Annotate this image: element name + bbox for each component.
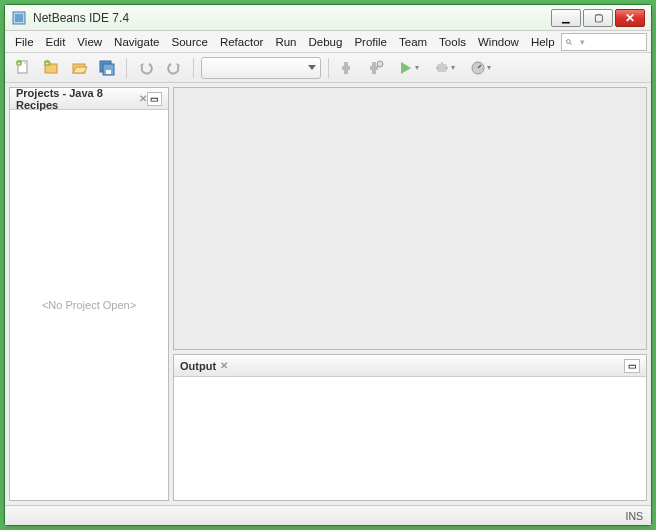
menu-window[interactable]: Window — [472, 34, 525, 50]
editor-area[interactable] — [173, 87, 647, 350]
profile-button[interactable]: ▾ — [464, 56, 496, 80]
output-panel: Output ✕ ▭ — [173, 354, 647, 501]
new-file-button[interactable]: + — [11, 56, 35, 80]
svg-rect-1 — [15, 14, 23, 22]
search-input[interactable] — [593, 36, 643, 48]
output-panel-title: Output — [180, 360, 216, 372]
output-body[interactable] — [174, 377, 646, 500]
statusbar: INS — [5, 505, 651, 525]
projects-panel-title: Projects - Java 8 Recipes — [16, 87, 135, 111]
window-title: NetBeans IDE 7.4 — [33, 11, 549, 25]
svg-marker-13 — [73, 67, 87, 73]
app-icon — [11, 10, 27, 26]
toolbar-separator — [193, 58, 194, 78]
minimize-panel-icon[interactable]: ▭ — [624, 359, 640, 373]
projects-panel-header[interactable]: Projects - Java 8 Recipes ✕ ▭ — [10, 88, 168, 110]
svg-point-2 — [566, 39, 570, 43]
undo-button[interactable] — [134, 56, 158, 80]
menu-navigate[interactable]: Navigate — [108, 34, 165, 50]
menu-run[interactable]: Run — [269, 34, 302, 50]
toolbar-separator — [328, 58, 329, 78]
projects-panel-body: <No Project Open> — [10, 110, 168, 500]
svg-marker-24 — [401, 62, 411, 74]
config-combo[interactable] — [201, 57, 321, 79]
menu-file[interactable]: File — [9, 34, 40, 50]
menu-debug[interactable]: Debug — [302, 34, 348, 50]
run-button[interactable]: ▾ — [392, 56, 424, 80]
svg-text:+: + — [45, 60, 49, 66]
close-button[interactable]: ✕ — [615, 9, 645, 27]
menu-edit[interactable]: Edit — [40, 34, 72, 50]
insert-mode-label[interactable]: INS — [625, 510, 643, 522]
svg-marker-18 — [176, 63, 180, 68]
save-all-button[interactable] — [95, 56, 119, 80]
open-project-button[interactable] — [67, 56, 91, 80]
build-button[interactable] — [336, 56, 360, 80]
search-box[interactable]: ▾ — [561, 33, 647, 51]
svg-point-23 — [377, 61, 383, 67]
titlebar[interactable]: NetBeans IDE 7.4 ▁ ▢ ✕ — [5, 5, 651, 31]
svg-line-3 — [569, 42, 571, 44]
menu-refactor[interactable]: Refactor — [214, 34, 269, 50]
menu-tools[interactable]: Tools — [433, 34, 472, 50]
new-project-button[interactable]: + — [39, 56, 63, 80]
search-icon — [565, 36, 573, 48]
close-tab-icon[interactable]: ✕ — [220, 360, 228, 371]
output-panel-header[interactable]: Output ✕ ▭ — [174, 355, 646, 377]
svg-marker-17 — [140, 63, 144, 68]
menu-help[interactable]: Help — [525, 34, 561, 50]
svg-rect-20 — [342, 66, 350, 70]
svg-text:+: + — [17, 60, 21, 66]
svg-rect-25 — [437, 64, 447, 72]
minimize-panel-icon[interactable]: ▭ — [147, 92, 162, 106]
app-window: NetBeans IDE 7.4 ▁ ▢ ✕ File Edit View Na… — [4, 4, 652, 526]
main-area: Output ✕ ▭ — [173, 87, 647, 501]
close-tab-icon[interactable]: ✕ — [139, 93, 147, 104]
menu-profile[interactable]: Profile — [348, 34, 393, 50]
svg-rect-22 — [370, 66, 378, 70]
menu-source[interactable]: Source — [165, 34, 213, 50]
debug-button[interactable]: ▾ — [428, 56, 460, 80]
menu-team[interactable]: Team — [393, 34, 433, 50]
projects-panel: Projects - Java 8 Recipes ✕ ▭ <No Projec… — [9, 87, 169, 501]
content-area: Projects - Java 8 Recipes ✕ ▭ <No Projec… — [5, 83, 651, 505]
redo-button[interactable] — [162, 56, 186, 80]
svg-rect-16 — [106, 70, 111, 74]
toolbar-separator — [126, 58, 127, 78]
minimize-button[interactable]: ▁ — [551, 9, 581, 27]
menubar: File Edit View Navigate Source Refactor … — [5, 31, 651, 53]
no-project-label: <No Project Open> — [42, 299, 136, 311]
search-dropdown-icon[interactable]: ▾ — [574, 35, 591, 49]
clean-build-button[interactable] — [364, 56, 388, 80]
maximize-button[interactable]: ▢ — [583, 9, 613, 27]
toolbar: + + ▾ ▾ ▾ — [5, 53, 651, 83]
menu-view[interactable]: View — [71, 34, 108, 50]
